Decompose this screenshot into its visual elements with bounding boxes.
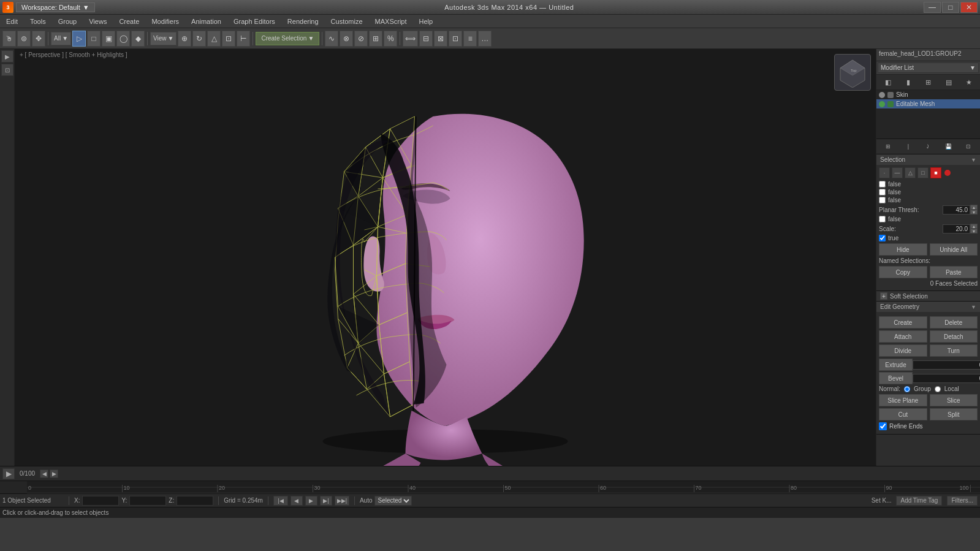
toolbar-scale-btn[interactable]: △ [207,31,221,47]
close-button[interactable]: ✕ [960,2,978,13]
unhide-all-button[interactable]: Unhide All [930,243,978,256]
subobj-vertex-icon[interactable]: · [879,167,890,178]
toolbar-window-btn[interactable]: ▣ [102,31,115,47]
selection-filter-select[interactable]: Selected [374,496,412,506]
play-anim-btn[interactable]: ▶ [305,496,317,506]
toolbar-layer-btn[interactable]: ≡ [463,31,477,47]
toolbar-select-btn[interactable]: 🖱 [2,31,16,47]
key-mode-btn[interactable]: |◀ [273,496,288,506]
toolbar-link-btn[interactable]: ⊗ [340,31,353,47]
toolbar-lasso-btn[interactable]: ⊚ [17,31,31,47]
timeline-nav-left[interactable]: ◀ [40,469,48,478]
menu-help[interactable]: Help [413,17,439,26]
delete-button[interactable]: Delete [930,316,978,329]
toolbar-rotate-btn[interactable]: ↻ [192,31,206,47]
toolbar-curve-btn[interactable]: ∿ [325,31,338,47]
extrude-field[interactable] [913,360,980,370]
toolbar-ref-coord-btn[interactable]: ⊡ [222,31,235,47]
copy-button[interactable]: Copy [879,266,927,278]
by-vertex-checkbox[interactable] [879,181,886,188]
toolbar-spacing-btn[interactable]: ⊠ [434,31,447,47]
menu-create[interactable]: Create [113,17,145,26]
stack-icon-2[interactable]: | [903,141,914,152]
scale-up[interactable]: ▲ [970,224,978,229]
detach-button[interactable]: Detach [930,330,978,343]
soft-sel-expand-btn[interactable]: + [880,292,887,300]
add-time-tag-btn[interactable]: Add Time Tag [896,496,942,506]
soft-selection-header[interactable]: + Soft Selection [876,291,980,302]
edit-geometry-header[interactable]: Edit Geometry ▼ [876,302,980,312]
menu-group[interactable]: Group [52,17,83,26]
workspace-selector[interactable]: Workspace: Default ▼ [16,2,95,12]
subobj-poly-icon[interactable]: □ [917,167,929,178]
rp-icon-2[interactable]: ▮ [903,77,914,88]
toolbar-select-object-btn[interactable]: ▷ [72,31,86,47]
menu-graph-editors[interactable]: Graph Editors [227,17,281,26]
rp-icon-4[interactable]: ▤ [943,77,954,88]
toolbar-align-btn[interactable]: ⊢ [237,31,250,47]
rp-icon-5[interactable]: ★ [963,77,974,88]
minimize-button[interactable]: — [924,2,941,13]
turn-button[interactable]: Turn [930,344,978,357]
cut-button[interactable]: Cut [879,408,927,420]
selection-header[interactable]: Selection ▼ [876,154,980,165]
rp-icon-3[interactable]: ⊞ [923,77,934,88]
divide-button[interactable]: Divide [879,344,927,357]
x-coord-field[interactable] [82,496,119,506]
stack-icon-5[interactable]: ⊡ [963,141,974,152]
toolbar-transform-btn[interactable]: ⊕ [178,31,191,47]
modifier-editable-mesh[interactable]: Editable Mesh [876,99,980,108]
modifier-list-dropdown[interactable]: Modifier List ▼ [878,63,979,73]
timeline-ruler[interactable]: 0 10 20 30 40 50 60 70 80 90 1 [27,481,980,493]
z-coord-field[interactable] [177,496,213,506]
last-frame-btn[interactable]: ▶▶| [335,496,349,506]
toolbar-select-region-btn[interactable]: □ [87,31,101,47]
delete-isolated-checkbox[interactable] [879,235,886,241]
next-frame-btn[interactable]: ▶| [320,496,332,506]
menu-views[interactable]: Views [83,17,113,26]
subobj-face-icon[interactable]: △ [905,167,916,178]
split-button[interactable]: Split [930,408,978,420]
stack-icon-4[interactable]: 💾 [943,141,954,152]
bevel-field[interactable] [913,374,980,383]
normal-group-radio[interactable] [904,386,910,392]
y-coord-field[interactable] [129,496,166,506]
menu-animation[interactable]: Animation [185,17,227,26]
menu-customize[interactable]: Customize [325,17,369,26]
menu-maxscript[interactable]: MAXScript [369,17,413,26]
planar-thresh-field[interactable] [943,205,970,215]
menu-modifiers[interactable]: Modifiers [145,17,185,26]
toolbar-snapshot-btn[interactable]: ⊡ [449,31,462,47]
create-selection-dropdown[interactable]: Create Selection ▼ [256,32,319,45]
maximize-button[interactable]: □ [942,2,959,13]
hide-button[interactable]: Hide [879,243,927,256]
create-button[interactable]: Create [879,316,927,329]
subobj-edge-icon[interactable]: — [892,167,903,178]
strip-tool2[interactable]: ⊡ [1,64,13,76]
scale-field[interactable] [943,224,970,234]
normal-local-radio[interactable] [935,386,941,392]
stack-icon-1[interactable]: ⊞ [883,141,894,152]
subobj-element-icon[interactable]: ■ [930,167,941,178]
toolbar-crossing-btn[interactable]: ◯ [116,31,130,47]
toolbar-paint-btn[interactable]: ◆ [131,31,145,47]
attach-button[interactable]: Attach [879,330,927,343]
ignore-visible-edges-checkbox[interactable] [879,197,886,203]
show-normals-checkbox[interactable] [879,216,886,222]
prev-frame-btn[interactable]: ◀ [291,496,303,506]
menu-edit[interactable]: Edit [0,17,24,26]
rp-icon-1[interactable]: ◧ [883,77,894,88]
ignore-backfacing-checkbox[interactable] [879,189,886,196]
stack-icon-3[interactable]: ⤸ [922,141,933,152]
selection-filter-dropdown[interactable]: All ▼ [51,32,71,45]
filters-btn[interactable]: Filters... [947,496,978,506]
toolbar-array-btn[interactable]: ⊟ [419,31,433,47]
paste-button[interactable]: Paste [930,266,978,278]
modifier-skin[interactable]: Skin [876,90,980,99]
viewport-dropdown[interactable]: View ▼ [150,32,177,45]
planar-thresh-down[interactable]: ▼ [970,210,978,215]
viewport[interactable]: + [ Perspective ] [ Smooth + Highlights … [15,49,876,466]
toolbar-more-btn[interactable]: … [478,31,492,47]
strip-play-btn[interactable]: ▶ [1,50,13,63]
scale-down[interactable]: ▼ [970,229,978,234]
